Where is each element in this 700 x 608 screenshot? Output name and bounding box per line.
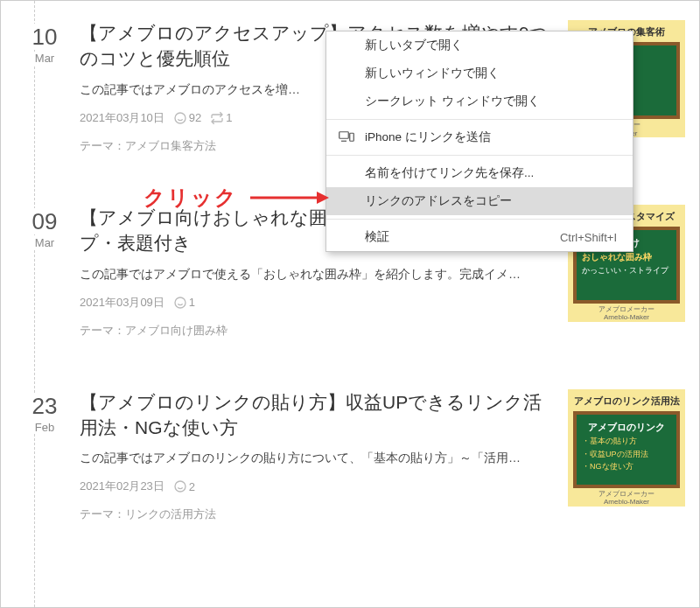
like-count: 2	[189, 480, 195, 493]
thumb-row: ・NGな使い方	[582, 460, 671, 472]
thumb-row: ・基本の貼り方	[582, 435, 671, 447]
svg-point-2	[175, 481, 186, 492]
thumb-row: おしゃれな囲み枠	[582, 250, 671, 264]
context-menu: 新しいタブで開く 新しいウィンドウで開く シークレット ウィンドウで開く iPh…	[326, 31, 634, 252]
devices-icon	[339, 131, 354, 143]
annotation: クリック	[144, 184, 329, 212]
date-day: 09	[32, 208, 58, 234]
ctx-save-link-as[interactable]: 名前を付けてリンク先を保存...	[326, 159, 633, 187]
post-date: 23 Feb	[10, 389, 80, 523]
ctx-open-new-tab[interactable]: 新しいタブで開く	[326, 31, 633, 59]
ctx-label: 名前を付けてリンク先を保存...	[365, 165, 534, 181]
thumb-footer: アメブロメーカー Ameblo-Maker	[573, 305, 680, 322]
post-date: 10 Mar	[10, 20, 80, 154]
like-icon[interactable]: 1	[173, 296, 195, 310]
theme-name: リンクの活用方法	[125, 507, 216, 521]
date-day: 23	[32, 393, 58, 419]
ctx-open-new-window[interactable]: 新しいウィンドウで開く	[326, 59, 633, 87]
ctx-copy-link-address[interactable]: リンクのアドレスをコピー	[326, 187, 633, 215]
post-title[interactable]: 【アメブロのリンクの貼り方】収益UPできるリンク活用法・NGな使い方	[80, 389, 559, 441]
ctx-separator	[326, 119, 633, 120]
thumb-header: アメブロのリンク活用法	[573, 395, 680, 408]
date-day: 10	[32, 24, 58, 50]
like-count: 1	[189, 296, 195, 309]
like-icon[interactable]: 2	[173, 479, 195, 493]
thumb-row: ・収益UPの活用法	[582, 448, 671, 460]
annotation-label: クリック	[144, 184, 238, 212]
post-theme[interactable]: テーマ：リンクの活用方法	[80, 507, 559, 522]
ctx-inspect[interactable]: 検証 Ctrl+Shift+I	[326, 223, 633, 251]
ctx-label: シークレット ウィンドウで開く	[365, 94, 540, 109]
reblog-count: 1	[226, 111, 232, 124]
post-meta: 2021年02月23日 2	[80, 479, 559, 494]
arrow-right-icon	[250, 189, 329, 206]
ctx-open-incognito[interactable]: シークレット ウィンドウで開く	[326, 87, 633, 115]
post-date-text: 2021年03月10日	[80, 110, 164, 126]
date-month: Mar	[10, 52, 80, 65]
ctx-separator	[326, 155, 633, 156]
reblog-icon[interactable]: 1	[210, 111, 232, 125]
post-content: 【アメブロのリンクの貼り方】収益UPできるリンク活用法・NGな使い方 この記事で…	[80, 389, 568, 523]
ctx-label: 新しいウィンドウで開く	[365, 66, 500, 81]
theme-name: アメブロ向け囲み枠	[125, 324, 228, 337]
thumb-row: かっこいい・ストライプ	[582, 264, 671, 276]
post-item: 23 Feb 【アメブロのリンクの貼り方】収益UPできるリンク活用法・NGな使い…	[10, 389, 690, 523]
theme-prefix: テーマ：	[80, 507, 125, 521]
date-month: Feb	[10, 421, 80, 434]
post-date-text: 2021年02月23日	[80, 479, 164, 494]
svg-rect-3	[340, 132, 349, 139]
ctx-label: リンクのアドレスをコピー	[365, 193, 512, 209]
ctx-shortcut: Ctrl+Shift+I	[560, 231, 617, 244]
svg-point-1	[175, 297, 186, 308]
like-icon[interactable]: 92	[173, 111, 201, 125]
post-date-text: 2021年03月09日	[80, 295, 164, 311]
svg-rect-4	[350, 133, 354, 141]
ctx-label: 新しいタブで開く	[365, 38, 463, 53]
like-count: 92	[189, 111, 201, 124]
ctx-send-to-iphone[interactable]: iPhone にリンクを送信	[326, 123, 633, 151]
theme-prefix: テーマ：	[80, 139, 125, 152]
post-date: 09 Mar	[10, 205, 80, 339]
post-excerpt: この記事ではアメブロで使える「おしゃれな囲み枠」を紹介します。完成イメ…	[80, 267, 559, 283]
post-excerpt: この記事ではアメブロのリンクの貼り方について、「基本の貼り方」～「活用…	[80, 451, 559, 466]
theme-name: アメブロ集客方法	[125, 139, 216, 152]
ctx-label: iPhone にリンクを送信	[365, 129, 491, 145]
svg-marker-7	[317, 192, 329, 204]
thumb-footer: アメブロメーカー Ameblo-Maker	[573, 490, 680, 507]
date-month: Mar	[10, 236, 80, 249]
thumb-board: アメブロのリンク ・基本の貼り方 ・収益UPの活用法 ・NGな使い方	[573, 411, 680, 488]
thumb-row: アメブロのリンク	[582, 420, 671, 436]
post-theme[interactable]: テーマ：アメブロ向け囲み枠	[80, 323, 559, 339]
ctx-separator	[326, 219, 633, 220]
ctx-label: 検証	[365, 229, 389, 245]
svg-point-0	[175, 113, 186, 123]
theme-prefix: テーマ：	[80, 324, 125, 337]
post-meta: 2021年03月09日 1	[80, 295, 559, 311]
post-thumbnail[interactable]: アメブロのリンク活用法 アメブロのリンク ・基本の貼り方 ・収益UPの活用法 ・…	[568, 389, 690, 523]
